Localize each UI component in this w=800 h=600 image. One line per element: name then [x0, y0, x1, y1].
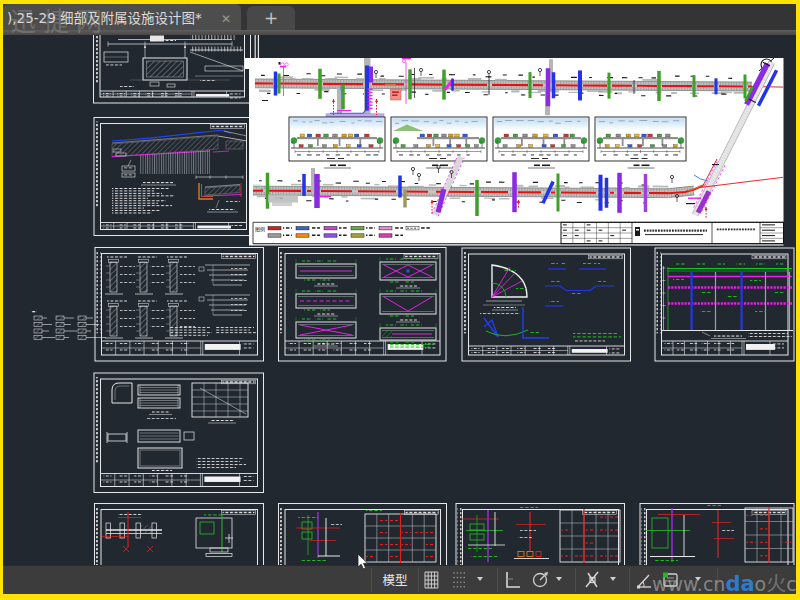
statusbar-separator	[371, 568, 372, 592]
drawing-canvas[interactable]: 图例	[3, 35, 796, 565]
watermark-top-left: 迅捷网	[10, 1, 109, 38]
snap-grid-icon[interactable]	[423, 569, 441, 596]
legend-swatch	[351, 234, 364, 237]
legend-swatch	[268, 234, 281, 237]
ortho-mode-icon[interactable]	[503, 569, 521, 596]
watermark-bottom-right: www.cndao火co爪	[652, 567, 800, 597]
hidden-sheet-sliver	[255, 35, 258, 58]
osnap-caret-icon[interactable]	[610, 577, 616, 581]
model-space-button[interactable]: 模型	[375, 568, 415, 592]
legend-swatch	[324, 227, 337, 230]
mouse-cursor	[357, 551, 371, 575]
sheet-anchor-detail-4[interactable]	[640, 504, 794, 566]
window-frame-top	[0, 0, 800, 4]
object-snap-icon[interactable]	[583, 569, 601, 596]
statusbar-separator	[575, 568, 576, 592]
sheet-culvert-section[interactable]	[94, 35, 251, 103]
tab-bar: ),25-29 细部及附属设施设计图* ✕ +	[3, 4, 796, 30]
legend-swatch	[324, 234, 337, 237]
legend-swatch	[268, 227, 281, 230]
sheet-curbstone-details[interactable]	[94, 373, 264, 493]
grid-caret-icon[interactable]	[477, 577, 483, 581]
grid-display-icon[interactable]	[451, 569, 469, 596]
new-tab-button[interactable]: +	[247, 6, 295, 30]
window-frame-bottom	[0, 594, 800, 600]
legend-swatch	[379, 227, 392, 230]
sheet-curb-ramp-details[interactable]	[462, 248, 631, 361]
legend-swatch	[351, 227, 364, 230]
plot-preview-panel[interactable]	[245, 58, 784, 246]
polar-caret-icon[interactable]	[556, 577, 562, 581]
legend-swatch	[296, 234, 309, 237]
statusbar-separator	[497, 568, 498, 592]
sheet-embankment-treatment[interactable]	[94, 118, 253, 236]
statusbar-separator	[629, 568, 630, 592]
sheet-anchor-detail-1[interactable]	[95, 504, 264, 566]
statusbar-separator	[418, 568, 419, 592]
tab-close-icon[interactable]: ✕	[221, 9, 231, 26]
legend-title: 图例	[255, 225, 265, 233]
sheet-crossbeam-details[interactable]	[279, 248, 447, 362]
sheet-anchor-detail-3[interactable]	[456, 504, 625, 566]
sheet-pole-details[interactable]	[95, 248, 264, 362]
sheet-fence-elevation[interactable]	[655, 248, 794, 361]
legend-swatch	[296, 227, 309, 230]
window-frame-left	[0, 0, 3, 600]
tabbar-bottom-strip	[3, 30, 796, 35]
angle-overrule-icon[interactable]	[635, 569, 653, 596]
polar-tracking-icon[interactable]	[531, 569, 549, 596]
model-space: 图例	[3, 35, 796, 565]
window-frame-right	[796, 0, 800, 600]
legend-swatch	[379, 234, 392, 237]
